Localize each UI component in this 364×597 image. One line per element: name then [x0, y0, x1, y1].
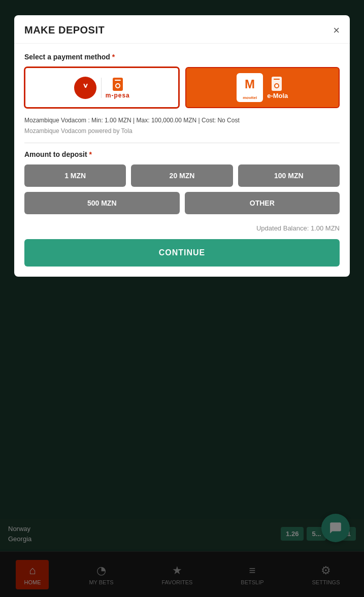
continue-button[interactable]: CONTINUE	[24, 239, 340, 267]
vodacom-logo: ᵛ m-pesa	[74, 76, 130, 100]
emola-icon-svg	[270, 76, 286, 92]
amount-100-btn[interactable]: 100 MZN	[238, 164, 340, 187]
emola-content: M movitel e-Mola	[237, 73, 288, 102]
movitel-svg: M	[241, 75, 259, 93]
amount-20-btn[interactable]: 20 MZN	[131, 164, 233, 187]
mpesa-icon-svg	[110, 77, 125, 92]
svg-rect-3	[115, 80, 121, 81]
payment-methods: ᵛ m-pesa	[24, 67, 340, 108]
balance-row: Updated Balance: 1.00 MZN	[24, 224, 340, 232]
amount-500-btn[interactable]: 500 MZN	[24, 192, 180, 214]
modal-body: Select a payment method * ᵛ	[14, 44, 350, 277]
amount-buttons-row1: 1 MZN 20 MZN 100 MZN	[24, 164, 340, 187]
required-star: *	[112, 53, 115, 61]
mpesa-text: m-pesa	[106, 92, 130, 99]
mpesa-card[interactable]: ᵛ m-pesa	[24, 67, 179, 108]
amount-section-label: Amount to deposit *	[24, 150, 340, 158]
modal-header: MAKE DEPOSIT ×	[14, 15, 350, 44]
emola-right: e-Mola	[267, 76, 288, 100]
deposit-modal: MAKE DEPOSIT × Select a payment method *…	[14, 15, 350, 277]
info-text-1: Mozambique Vodacom : Min: 1.00 MZN | Max…	[24, 116, 340, 125]
svg-text:M: M	[245, 77, 255, 91]
emola-label: e-Mola	[267, 92, 288, 100]
svg-text:ᵛ: ᵛ	[83, 81, 87, 94]
amount-other-btn[interactable]: OTHER	[185, 192, 340, 214]
modal-title: MAKE DEPOSIT	[24, 24, 105, 36]
vodafone-circle-svg: ᵛ	[74, 76, 97, 100]
amount-buttons-row2: 500 MZN OTHER	[24, 192, 340, 214]
vodafone-logo: ᵛ	[74, 76, 97, 100]
balance-label: Updated Balance: 1.00 MZN	[256, 224, 340, 232]
payment-section-label: Select a payment method *	[24, 53, 340, 61]
info-text-2: Mozambique Vodacom powered by Tola	[24, 127, 340, 136]
amount-1-btn[interactable]: 1 MZN	[24, 164, 126, 187]
svg-point-11	[275, 84, 278, 87]
emola-card[interactable]: M movitel e-Mola	[185, 67, 340, 108]
mpesa-logo: m-pesa	[106, 77, 130, 99]
card-divider	[101, 78, 102, 98]
movitel-box: M movitel	[237, 73, 263, 102]
svg-point-5	[116, 84, 119, 87]
svg-rect-9	[274, 79, 280, 80]
movitel-label: movitel	[241, 95, 259, 100]
section-divider	[24, 143, 340, 143]
amount-required-star: *	[89, 150, 92, 158]
close-button[interactable]: ×	[333, 25, 340, 36]
